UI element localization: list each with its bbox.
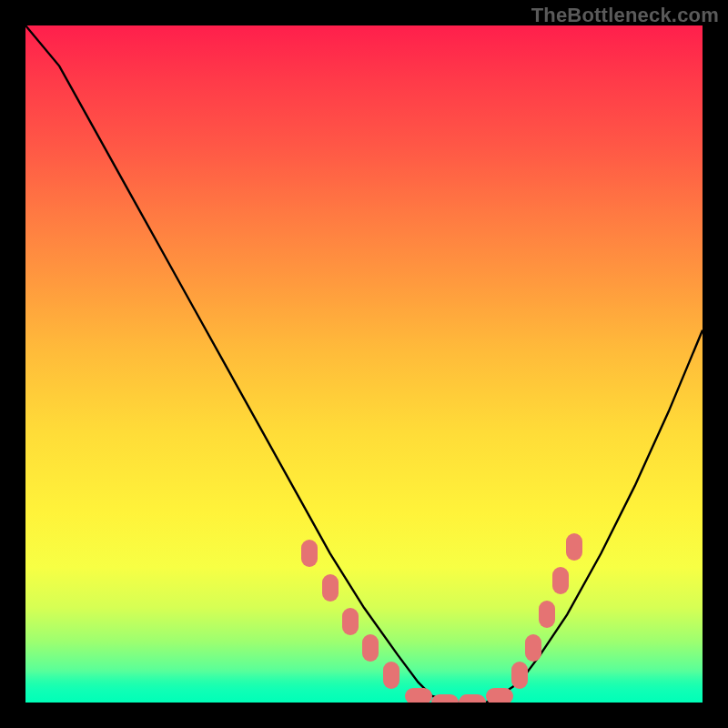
series-marker (383, 662, 399, 689)
series-marker (566, 533, 582, 561)
chart-frame: TheBottleneck.com (0, 0, 728, 728)
series-marker (539, 601, 555, 628)
series-marker (405, 688, 432, 703)
series-marker (342, 608, 359, 635)
series-marker (525, 634, 541, 662)
series-marker (552, 567, 569, 594)
series-marker (431, 694, 459, 703)
series-marker (459, 694, 486, 703)
series-marker (511, 662, 528, 689)
series-marker (301, 540, 318, 567)
series-marker (486, 688, 513, 703)
series-marker (322, 574, 339, 602)
bottleneck-curve (25, 25, 703, 703)
plot-area (25, 25, 703, 703)
series-marker (362, 634, 379, 662)
watermark-text: TheBottleneck.com (531, 4, 719, 27)
